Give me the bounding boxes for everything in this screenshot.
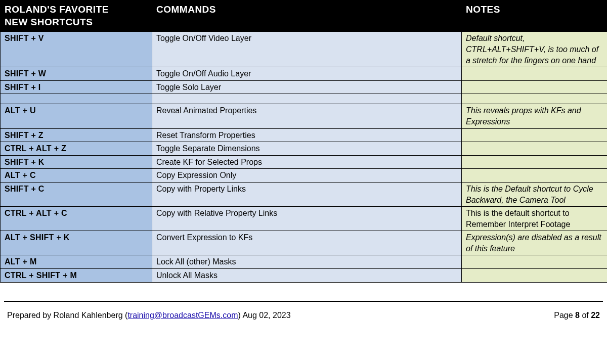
table-row: ALT + SHIFT + KConvert Expression to KFs…	[1, 231, 608, 255]
table-row: SHIFT + WToggle On/Off Audio Layer	[1, 67, 608, 81]
page-sep: of	[580, 311, 591, 320]
table-row: CTRL + ALT + CCopy with Relative Propert…	[1, 207, 608, 231]
shortcut-cell: SHIFT + C	[1, 182, 152, 206]
header-shortcuts-line2: NEW SHORTCUTS	[5, 17, 93, 27]
command-cell: Convert Expression to KFs	[152, 231, 462, 255]
command-cell: Copy with Property Links	[152, 182, 462, 206]
command-cell: Create KF for Selected Props	[152, 155, 462, 169]
note-cell	[462, 94, 608, 104]
shortcut-cell: SHIFT + V	[1, 32, 152, 67]
header-shortcuts: ROLAND'S FAVORITE NEW SHORTCUTS	[1, 1, 152, 32]
table-row: CTRL + SHIFT + MUnlock All Masks	[1, 269, 608, 283]
page-number: Page 8 of 22	[554, 311, 600, 320]
shortcut-cell	[1, 94, 152, 104]
page-label: Page	[554, 311, 575, 320]
command-cell: Toggle On/Off Audio Layer	[152, 67, 462, 81]
command-cell: Lock All (other) Masks	[152, 255, 462, 269]
note-cell	[462, 269, 608, 283]
page-total: 22	[591, 311, 600, 320]
note-cell: This is the default shortcut to Remember…	[462, 207, 608, 231]
shortcut-cell: SHIFT + I	[1, 80, 152, 94]
shortcut-cell: CTRL + ALT + C	[1, 207, 152, 231]
shortcut-cell: CTRL + SHIFT + M	[1, 269, 152, 283]
table-row: ALT + MLock All (other) Masks	[1, 255, 608, 269]
table-row: SHIFT + VToggle On/Off Video LayerDefaul…	[1, 32, 608, 67]
note-cell: Default shortcut, CTRL+ALT+SHIFT+V, is t…	[462, 32, 608, 67]
command-cell: Toggle On/Off Video Layer	[152, 32, 462, 67]
table-row: SHIFT + KCreate KF for Selected Props	[1, 155, 608, 169]
note-cell	[462, 169, 608, 183]
shortcut-cell: ALT + M	[1, 255, 152, 269]
note-cell	[462, 255, 608, 269]
prepared-prefix: Prepared by Roland Kahlenberg (	[7, 311, 127, 320]
table-row: ALT + CCopy Expression Only	[1, 169, 608, 183]
note-cell	[462, 80, 608, 94]
table-row: ALT + UReveal Animated PropertiesThis re…	[1, 104, 608, 128]
command-cell: Reveal Animated Properties	[152, 104, 462, 128]
table-row	[1, 94, 608, 104]
table-header-row: ROLAND'S FAVORITE NEW SHORTCUTS COMMANDS…	[1, 1, 608, 32]
shortcut-cell: ALT + U	[1, 104, 152, 128]
note-cell	[462, 142, 608, 156]
shortcut-cell: CTRL + ALT + Z	[1, 142, 152, 156]
note-cell: This reveals props with KFs and Expressi…	[462, 104, 608, 128]
note-cell: Expression(s) are disabled as a result o…	[462, 231, 608, 255]
prepared-by: Prepared by Roland Kahlenberg (training@…	[7, 311, 291, 320]
command-cell: Reset Transform Properties	[152, 128, 462, 142]
page-footer: Prepared by Roland Kahlenberg (training@…	[0, 302, 607, 320]
note-cell	[462, 67, 608, 81]
command-cell	[152, 94, 462, 104]
page-current: 8	[575, 311, 580, 320]
command-cell: Unlock All Masks	[152, 269, 462, 283]
header-shortcuts-line1: ROLAND'S FAVORITE	[5, 4, 109, 15]
table-row: CTRL + ALT + ZToggle Separate Dimensions	[1, 142, 608, 156]
command-cell: Copy with Relative Property Links	[152, 207, 462, 231]
header-notes: NOTES	[462, 1, 608, 32]
note-cell	[462, 128, 608, 142]
prepared-suffix: ) Aug 02, 2023	[238, 311, 290, 320]
table-row: SHIFT + CCopy with Property LinksThis is…	[1, 182, 608, 206]
shortcuts-table: ROLAND'S FAVORITE NEW SHORTCUTS COMMANDS…	[0, 0, 607, 283]
table-row: SHIFT + ZReset Transform Properties	[1, 128, 608, 142]
header-commands: COMMANDS	[152, 1, 462, 32]
note-cell	[462, 155, 608, 169]
shortcut-cell: SHIFT + W	[1, 67, 152, 81]
command-cell: Toggle Separate Dimensions	[152, 142, 462, 156]
command-cell: Toggle Solo Layer	[152, 80, 462, 94]
note-cell: This is the Default shortcut to Cycle Ba…	[462, 182, 608, 206]
shortcut-cell: ALT + C	[1, 169, 152, 183]
shortcut-cell: SHIFT + K	[1, 155, 152, 169]
table-row: SHIFT + IToggle Solo Layer	[1, 80, 608, 94]
command-cell: Copy Expression Only	[152, 169, 462, 183]
shortcut-cell: ALT + SHIFT + K	[1, 231, 152, 255]
shortcut-cell: SHIFT + Z	[1, 128, 152, 142]
contact-email-link[interactable]: training@broadcastGEMs.com	[127, 311, 238, 320]
